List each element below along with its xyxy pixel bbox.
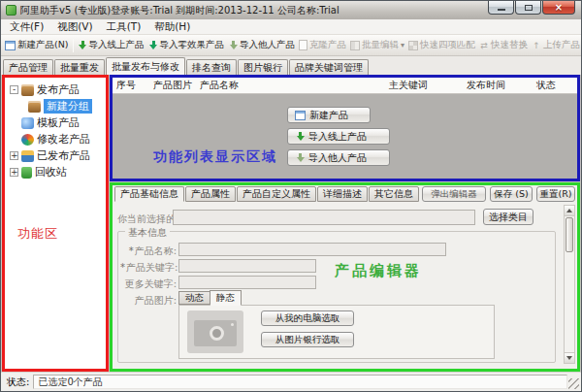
- toolbar-import-others-button[interactable]: 导入他人产品: [226, 38, 297, 52]
- tab-product-management[interactable]: 产品管理: [3, 59, 53, 75]
- template-icon: [21, 117, 34, 129]
- more-keywords-label: 更多关键字:: [120, 278, 177, 291]
- toolbar-new-product-button[interactable]: 新建产品(N): [3, 38, 71, 52]
- toolbar-quick-replace-button[interactable]: ⇄ 快速替换: [477, 38, 530, 52]
- column-main-keyword[interactable]: 主关键词: [385, 79, 463, 92]
- current-selection-input[interactable]: [173, 210, 475, 225]
- toolbar: 新建产品(N) 导入线上产品 导入零效果产品 导入他人产品 克隆产品 批量编辑 …: [1, 35, 581, 56]
- package-icon: [28, 101, 41, 113]
- image-tab-static[interactable]: 静态: [210, 290, 242, 306]
- reset-button[interactable]: 重置(R): [536, 186, 575, 202]
- import-others-icon: [295, 153, 305, 163]
- save-button[interactable]: 保存 (S): [490, 186, 533, 202]
- toolbar-upload-button[interactable]: ↑ 上传产品: [530, 38, 581, 52]
- product-name-input[interactable]: [178, 243, 446, 256]
- minimize-icon: [498, 9, 505, 11]
- column-status[interactable]: 状态: [533, 79, 577, 92]
- required-mark: *: [120, 262, 125, 273]
- toolbar-quick-match-button[interactable]: 快速四项匹配: [406, 38, 477, 52]
- annotation-function-area: 功能区: [17, 225, 58, 243]
- scrollbar-thumb[interactable]: [566, 217, 573, 252]
- menu-item-help[interactable]: 帮助(H): [147, 19, 197, 35]
- upload-icon: ↑: [532, 41, 541, 50]
- menu-item-file[interactable]: 文件(F): [3, 19, 50, 35]
- column-publish-time[interactable]: 发布时间: [463, 79, 533, 92]
- scroll-up-icon[interactable]: [565, 206, 574, 216]
- maximize-button[interactable]: [515, 1, 541, 15]
- import-online-products-button[interactable]: 导入线上产品: [287, 128, 390, 145]
- select-category-button[interactable]: 选择类目: [483, 209, 534, 225]
- app-window: 阿里助手v5 (专业版)登录账号:Trial 到期时间:2013-12-11 公…: [0, 0, 582, 392]
- image-tab-dynamic[interactable]: 动态: [178, 291, 210, 305]
- collapse-icon[interactable]: -: [10, 85, 18, 94]
- required-mark: *: [129, 245, 134, 256]
- vertical-scrollbar[interactable]: [564, 205, 575, 364]
- clone-icon: [299, 40, 307, 50]
- tab-batch-publish-modify[interactable]: 批量发布与修改: [106, 57, 185, 75]
- more-keywords-input[interactable]: [178, 276, 316, 289]
- status-field: 已选定0个产品: [33, 375, 567, 389]
- dropdown-arrow-icon: ▾: [401, 41, 404, 49]
- close-button[interactable]: ×: [542, 1, 575, 15]
- quick-replace-icon: ⇄: [479, 41, 489, 50]
- product-image-label: 产品图片:: [120, 294, 177, 308]
- camera-placeholder-icon: [187, 310, 243, 353]
- quick-match-icon: [408, 41, 418, 50]
- tree-item-recycle-bin[interactable]: + 回收站: [5, 164, 106, 180]
- product-keyword-label: *产品关键字:: [120, 261, 177, 275]
- menu-item-tools[interactable]: 工具(T): [100, 19, 148, 35]
- list-body: 新建产品 导入线上产品 导入他人产品 功能列表显示区域: [113, 94, 577, 179]
- etab-description[interactable]: 详细描述: [317, 186, 368, 202]
- etab-attributes[interactable]: 产品属性: [185, 186, 236, 202]
- etab-custom-attributes[interactable]: 产品自定义属性: [237, 186, 316, 202]
- tree-item-new-group[interactable]: 新建分组: [5, 98, 106, 114]
- tree-item-published-products[interactable]: + 已发布产品: [5, 147, 106, 164]
- annotation-product-editor: 产品编辑器: [335, 262, 422, 280]
- tab-brand-keyword-management[interactable]: 品牌关键词管理: [289, 59, 369, 75]
- select-from-computer-button[interactable]: 从我的电脑选取: [261, 310, 354, 326]
- package-icon: [21, 84, 34, 96]
- status-bar: 状态: 已选定0个产品: [1, 372, 581, 391]
- etab-basic-info[interactable]: 产品基础信息: [114, 186, 184, 202]
- product-keyword-input[interactable]: [178, 259, 316, 273]
- import-others-icon: [228, 41, 238, 50]
- right-column: 序号 产品图片 产品名称 主关键词 发布时间 状态 新建产品: [110, 75, 580, 372]
- tree-item-template-products[interactable]: 模板产品: [5, 114, 106, 131]
- app-icon: [6, 5, 16, 16]
- product-list-panel: 序号 产品图片 产品名称 主关键词 发布时间 状态 新建产品: [110, 75, 580, 181]
- product-editor-panel: 产品基础信息 产品属性 产品自定义属性 详细描述 其它信息 弹出编辑器 保存 (…: [110, 182, 580, 372]
- expand-icon[interactable]: +: [10, 168, 18, 177]
- sidebar: - 发布产品 新建分组 模板产品 修改老产品: [2, 75, 109, 372]
- tab-image-bank[interactable]: 图片银行: [238, 59, 288, 75]
- popup-editor-button[interactable]: 弹出编辑器: [422, 186, 486, 202]
- new-product-button[interactable]: 新建产品: [287, 107, 371, 123]
- toolbar-import-online-button[interactable]: 导入线上产品: [76, 38, 146, 52]
- tab-ranking-query[interactable]: 排名查询: [186, 59, 237, 75]
- import-others-products-button[interactable]: 导入他人产品: [287, 149, 390, 166]
- resize-grip-icon[interactable]: [568, 378, 579, 389]
- column-product-name[interactable]: 产品名称: [196, 79, 385, 92]
- toolbar-import-zero-effect-button[interactable]: 导入零效果产品: [146, 38, 227, 52]
- tab-batch-resend[interactable]: 批量重发: [54, 59, 105, 75]
- toolbar-separator: [73, 39, 74, 52]
- tree-item-publish-products[interactable]: - 发布产品: [5, 82, 106, 98]
- recycle-bin-icon: [21, 167, 32, 179]
- annotation-list-area: 功能列表显示区域: [153, 148, 277, 166]
- toolbar-clone-button[interactable]: 克隆产品: [297, 38, 348, 52]
- image-tab-panel: 从我的电脑选取 从图片银行选取: [178, 305, 495, 359]
- titlebar[interactable]: 阿里助手v5 (专业版)登录账号:Trial 到期时间:2013-12-11 公…: [1, 1, 581, 19]
- new-window-icon: [5, 41, 16, 50]
- minimize-button[interactable]: [488, 1, 514, 15]
- toolbar-batch-edit-button[interactable]: 批量编辑 ▾: [348, 38, 406, 52]
- batch-edit-icon: [350, 41, 360, 50]
- column-product-image[interactable]: 产品图片: [149, 79, 196, 92]
- main-tab-bar: 产品管理 批量重发 批量发布与修改 排名查询 图片银行 品牌关键词管理: [1, 56, 581, 75]
- menu-item-view[interactable]: 视图(V): [50, 19, 99, 35]
- etab-other-info[interactable]: 其它信息: [369, 186, 419, 202]
- select-from-image-bank-button[interactable]: 从图片银行选取: [261, 332, 354, 347]
- column-serial[interactable]: 序号: [113, 79, 149, 92]
- scroll-down-icon[interactable]: [565, 352, 574, 363]
- tree-item-modify-old-products[interactable]: 修改老产品: [5, 131, 106, 147]
- expand-icon[interactable]: +: [10, 151, 18, 160]
- editor-tab-bar: 产品基础信息 产品属性 产品自定义属性 详细描述 其它信息: [114, 186, 419, 202]
